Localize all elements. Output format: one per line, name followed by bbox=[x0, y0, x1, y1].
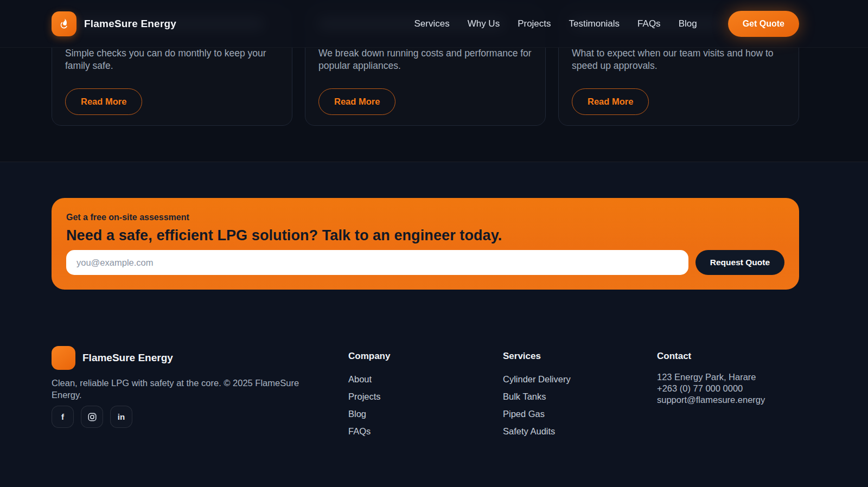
brand[interactable]: FlameSure Energy bbox=[52, 11, 176, 36]
flame-logo-icon bbox=[52, 11, 76, 36]
contact-email: support@flamesure.energy bbox=[657, 394, 799, 406]
linkedin-icon[interactable]: in bbox=[110, 406, 132, 428]
card-excerpt: We break down running costs and performa… bbox=[318, 47, 532, 72]
flame-glyph bbox=[57, 17, 71, 31]
read-more-button[interactable]: Read More bbox=[65, 88, 142, 115]
contact-info: 123 Energy Park, Harare +263 (0) 77 000 … bbox=[657, 371, 799, 406]
nav-link-faqs[interactable]: FAQs bbox=[637, 18, 661, 29]
footer-column-title: Contact bbox=[657, 351, 799, 362]
footer-link-about[interactable]: About bbox=[348, 374, 372, 384]
facebook-icon[interactable]: f bbox=[52, 406, 74, 428]
footer-column-services: Services Cylinder Delivery Bulk Tanks Pi… bbox=[503, 346, 657, 443]
cta-form: Request Quote bbox=[66, 250, 784, 275]
read-more-button[interactable]: Read More bbox=[318, 88, 395, 115]
footer-link-safety-audits[interactable]: Safety Audits bbox=[503, 426, 555, 436]
footer: FlameSure Energy Clean, reliable LPG wit… bbox=[0, 290, 868, 487]
nav-link-blog[interactable]: Blog bbox=[679, 18, 697, 29]
email-input[interactable] bbox=[66, 250, 688, 275]
nav-link-why-us[interactable]: Why Us bbox=[468, 18, 500, 29]
footer-brand-name: FlameSure Energy bbox=[82, 352, 173, 364]
facebook-glyph: f bbox=[61, 412, 64, 421]
main-content: Simple checks you can do monthly to keep… bbox=[0, 0, 868, 487]
social-links: f in bbox=[52, 406, 348, 428]
footer-grid: FlameSure Energy Clean, reliable LPG wit… bbox=[52, 346, 799, 443]
brand-logo-icon bbox=[52, 346, 75, 370]
get-quote-button[interactable]: Get Quote bbox=[728, 11, 799, 37]
footer-link-cylinder-delivery[interactable]: Cylinder Delivery bbox=[503, 374, 571, 384]
cta-section: Get a free on-site assessment Need a saf… bbox=[0, 162, 868, 290]
site-header: FlameSure Energy Services Why Us Project… bbox=[0, 0, 868, 48]
footer-column-company: Company About Projects Blog FAQs bbox=[348, 346, 503, 443]
footer-link-faqs[interactable]: FAQs bbox=[348, 426, 371, 436]
main-nav: Services Why Us Projects Testimonials FA… bbox=[414, 11, 799, 37]
footer-tagline: Clean, reliable LPG with safety at the c… bbox=[52, 377, 323, 401]
nav-link-projects[interactable]: Projects bbox=[518, 18, 551, 29]
card-excerpt: What to expect when our team visits and … bbox=[572, 47, 786, 72]
footer-column-title: Services bbox=[503, 351, 657, 362]
footer-brand: FlameSure Energy bbox=[52, 346, 348, 370]
contact-phone: +263 (0) 77 000 0000 bbox=[657, 383, 799, 394]
nav-link-testimonials[interactable]: Testimonials bbox=[569, 18, 620, 29]
card-excerpt: Simple checks you can do monthly to keep… bbox=[65, 47, 279, 72]
footer-link-projects[interactable]: Projects bbox=[348, 392, 381, 401]
instagram-glyph bbox=[87, 412, 97, 422]
cta-banner: Get a free on-site assessment Need a saf… bbox=[52, 198, 799, 290]
instagram-icon[interactable] bbox=[81, 406, 103, 428]
request-quote-button[interactable]: Request Quote bbox=[695, 250, 784, 275]
linkedin-glyph: in bbox=[118, 412, 125, 421]
footer-brand-block: FlameSure Energy Clean, reliable LPG wit… bbox=[52, 346, 348, 443]
contact-address: 123 Energy Park, Harare bbox=[657, 371, 799, 383]
read-more-button[interactable]: Read More bbox=[572, 88, 649, 115]
footer-link-blog[interactable]: Blog bbox=[348, 409, 366, 419]
footer-link-piped-gas[interactable]: Piped Gas bbox=[503, 409, 545, 419]
footer-link-bulk-tanks[interactable]: Bulk Tanks bbox=[503, 392, 546, 401]
brand-name: FlameSure Energy bbox=[84, 18, 176, 30]
nav-link-services[interactable]: Services bbox=[414, 18, 449, 29]
footer-column-contact: Contact 123 Energy Park, Harare +263 (0)… bbox=[657, 346, 799, 443]
cta-eyebrow: Get a free on-site assessment bbox=[66, 212, 784, 223]
cta-headline: Need a safe, efficient LPG solution? Tal… bbox=[66, 226, 784, 245]
footer-column-title: Company bbox=[348, 351, 503, 362]
page: Simple checks you can do monthly to keep… bbox=[0, 0, 868, 487]
